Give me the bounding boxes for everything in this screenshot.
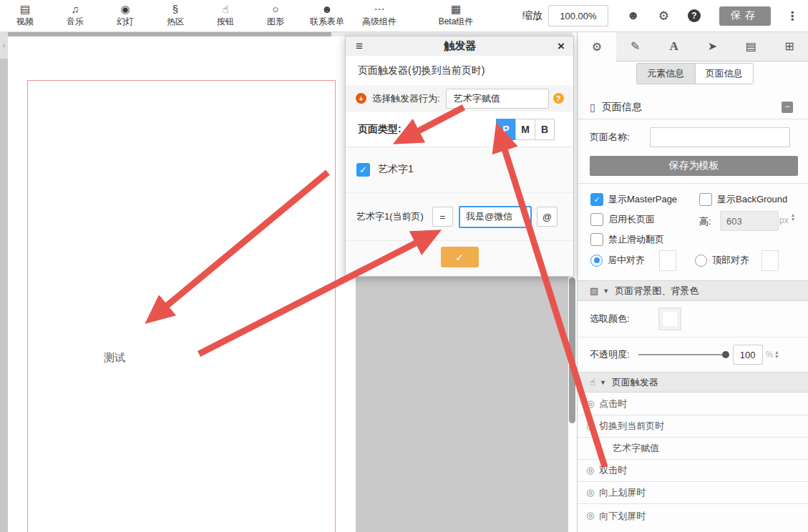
tab-document[interactable]: ▤ xyxy=(731,31,770,61)
align-center-radio[interactable] xyxy=(590,255,603,267)
color-swatch-inner xyxy=(663,312,677,326)
trigger-item-swipe-up[interactable]: ◎ 向上划屏时 xyxy=(578,481,808,504)
trigger-item-click[interactable]: ◎ 点击时 xyxy=(578,393,808,415)
hamburger-icon[interactable]: ≡ xyxy=(356,39,363,54)
trigger-item-label: 向下划屏时 xyxy=(599,510,646,523)
trigger-item-swipe-down[interactable]: ◎ 向下划屏时 xyxy=(578,503,808,532)
page-type-p-button[interactable]: P xyxy=(496,119,516,140)
long-page-checkbox[interactable] xyxy=(590,213,603,226)
opacity-input[interactable] xyxy=(733,345,763,365)
tab-edit[interactable]: ✎ xyxy=(616,31,655,61)
caret-down-icon: ▼ xyxy=(600,379,606,386)
long-page-option[interactable]: 启用长页面 xyxy=(590,213,655,226)
toolbar-right-group: 缩放 ☻ ⚙ ? 保存 ⋮ xyxy=(522,0,808,31)
background-checkbox[interactable] xyxy=(699,193,712,206)
step-down-icon[interactable]: ▾ xyxy=(775,355,778,359)
no-swipe-label: 禁止滑动翻页 xyxy=(608,233,664,246)
opacity-label: 不透明度: xyxy=(590,348,630,361)
hand-pointer-icon: ☝ xyxy=(222,4,228,15)
trigger-item-label: 切换到当前页时 xyxy=(599,420,664,433)
collapse-icon[interactable]: − xyxy=(782,102,793,113)
trigger-dialog: ≡ 触发器 × 页面触发器(切换到当前页时) + 选择触发器行为: ? 页面类型… xyxy=(345,36,574,277)
toolbar-item-slideshow[interactable]: ◉ 幻灯 xyxy=(100,0,150,31)
opacity-slider-handle[interactable] xyxy=(722,351,729,358)
align-top-radio[interactable] xyxy=(695,255,707,267)
trigger-item-label: 双击时 xyxy=(599,464,627,477)
trigger-item-switch-page[interactable]: ◎ 切换到当前页时 xyxy=(578,415,808,438)
close-icon[interactable]: × xyxy=(558,39,565,54)
no-swipe-checkbox[interactable] xyxy=(590,233,603,246)
height-input[interactable] xyxy=(720,211,779,231)
color-swatch[interactable] xyxy=(658,307,681,330)
vertical-scrollbar-thumb[interactable] xyxy=(569,277,575,423)
trigger-subitem-label: 艺术字赋值 xyxy=(613,442,659,455)
toolbar-item-button[interactable]: ☝ 按钮 xyxy=(200,0,250,31)
trigger-item-double-click[interactable]: ◎ 双击时 xyxy=(578,459,808,482)
horizontal-scrollbar-thumb[interactable] xyxy=(8,32,331,36)
pick-color-row: 选取颜色: xyxy=(578,301,808,338)
gear-icon: ⚙ xyxy=(592,40,602,54)
confirm-button[interactable]: ✓ xyxy=(441,247,479,267)
toolbar-item-shape[interactable]: ○ 图形 xyxy=(250,0,301,31)
masterpage-checkbox[interactable]: ✓ xyxy=(590,193,603,206)
save-as-template-button[interactable]: 保存为模板 xyxy=(590,156,798,176)
behavior-select-input[interactable] xyxy=(446,89,549,109)
dialog-title: 触发器 xyxy=(363,39,558,53)
tab-page-info[interactable]: 页面信息 xyxy=(696,64,754,84)
gear-icon[interactable]: ⚙ xyxy=(658,9,669,24)
at-button[interactable]: @ xyxy=(537,207,558,227)
zoom-input[interactable] xyxy=(548,5,608,26)
page-type-m-button[interactable]: M xyxy=(515,119,535,140)
users-icon[interactable]: ☻ xyxy=(627,9,640,23)
align-center-option[interactable]: 居中对齐 xyxy=(590,254,645,267)
pencil-icon: ✎ xyxy=(631,39,640,53)
align-top-swatch[interactable] xyxy=(761,250,779,271)
tab-send[interactable]: ➤ xyxy=(693,31,731,61)
toolbar-item-music[interactable]: ♫ 音乐 xyxy=(50,0,100,31)
help-icon: ? xyxy=(688,9,701,22)
toolbar-item-beta[interactable]: ▦ Beta组件 xyxy=(405,0,507,31)
align-top-option[interactable]: 顶部对齐 xyxy=(695,254,749,267)
show-background-option[interactable]: 显示BackGround xyxy=(699,193,787,206)
toolbar-item-contact-form[interactable]: ☻ 联系表单 xyxy=(301,0,354,31)
tab-element-info[interactable]: 元素信息 xyxy=(637,64,696,84)
background-section-header[interactable]: ▨ ▼ 页面背景图、背景色 xyxy=(578,280,808,301)
page-name-input[interactable] xyxy=(650,127,790,147)
caret-down-icon: ▼ xyxy=(603,287,609,295)
opacity-slider[interactable] xyxy=(638,354,726,355)
tab-font[interactable]: A xyxy=(655,31,693,61)
no-swipe-option[interactable]: 禁止滑动翻页 xyxy=(590,233,664,246)
page-trigger-section-header[interactable]: ☝ ▼ 页面触发器 xyxy=(578,372,808,393)
page-boundary-rect[interactable] xyxy=(27,80,336,532)
element-checkbox-row: ✓ 艺术字1 xyxy=(346,147,573,192)
more-menu-icon[interactable]: ⋮ xyxy=(787,9,798,23)
help-icon-wrap[interactable]: ? xyxy=(688,9,701,22)
paper-plane-icon: ➤ xyxy=(708,39,717,53)
add-circle-icon[interactable]: + xyxy=(356,93,366,104)
artword-checkbox[interactable]: ✓ xyxy=(356,163,370,177)
show-masterpage-option[interactable]: ✓ 显示MasterPage xyxy=(590,193,677,206)
tab-table[interactable]: ⊞ xyxy=(770,31,808,61)
opacity-stepper[interactable]: ▴▾ xyxy=(775,350,778,359)
question-circle-icon[interactable]: ? xyxy=(553,93,564,104)
play-circle-icon: ◉ xyxy=(120,4,130,15)
toolbar-item-hotzone[interactable]: § 热区 xyxy=(150,0,200,31)
align-center-swatch[interactable] xyxy=(659,250,676,271)
step-down-icon[interactable]: ▾ xyxy=(792,217,794,222)
top-toolbar: ▤ 视频 ♫ 音乐 ◉ 幻灯 § 热区 ☝ 按钮 ○ 图形 ☻ 联系表单 ⋯ 高 xyxy=(0,0,808,32)
toolbar-item-video[interactable]: ▤ 视频 xyxy=(0,0,50,31)
circle-icon: ○ xyxy=(272,4,278,15)
page-icon: ▯ xyxy=(590,102,595,113)
equals-button[interactable]: = xyxy=(432,207,453,227)
height-stepper[interactable]: ▴▾ xyxy=(792,213,794,222)
toolbar-item-advanced[interactable]: ⋯ 高级组件 xyxy=(354,0,405,31)
save-button[interactable]: 保存 xyxy=(719,6,771,26)
artword-element[interactable]: 测试 xyxy=(104,351,125,365)
trigger-subitem-artword-assign[interactable]: 艺术字赋值 xyxy=(578,437,808,460)
page-type-b-button[interactable]: B xyxy=(535,119,555,140)
dialog-header[interactable]: ≡ 触发器 × xyxy=(346,36,573,56)
assign-value-input[interactable] xyxy=(459,206,532,228)
tab-settings[interactable]: ⚙ xyxy=(578,31,616,61)
left-panel-toggle[interactable]: ‹ xyxy=(0,31,8,59)
page-type-group: P M B xyxy=(497,119,555,140)
